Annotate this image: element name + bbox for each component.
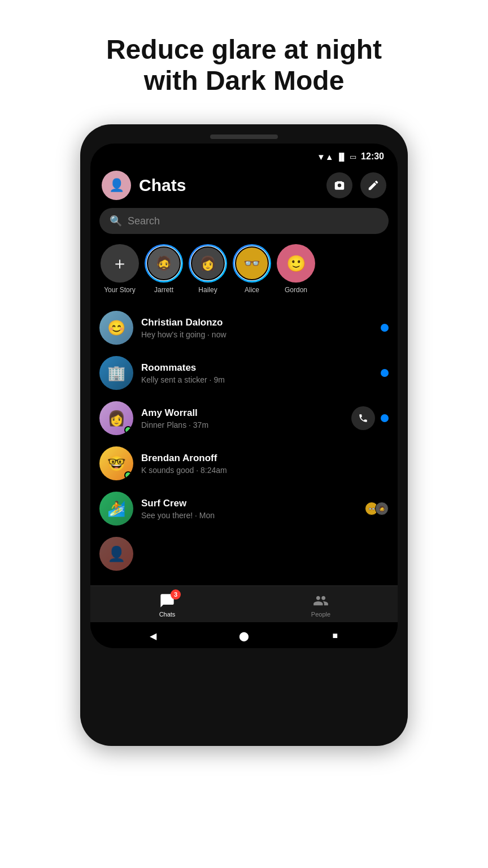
chat-right-amy xyxy=(351,406,389,430)
nav-item-chats[interactable]: 3 Chats xyxy=(90,593,244,618)
search-icon: 🔍 xyxy=(110,215,122,227)
status-icons: ▼▲ ▐▌ ▭ xyxy=(317,152,356,162)
unread-dot-roommates xyxy=(381,369,389,377)
status-time: 12:30 xyxy=(361,151,384,162)
chat-item-surf-crew[interactable]: 🏄 Surf Crew See you there! · Mon 👓 🧔 xyxy=(99,486,389,531)
wifi-icon: ▼▲ xyxy=(317,152,334,162)
story-avatar-gordon: 🙂 xyxy=(277,244,315,283)
chat-preview-brendan: K sounds good · 8:24am xyxy=(141,466,381,475)
nav-icon-wrap-people xyxy=(313,593,329,609)
story-label-your-story: Your Story xyxy=(104,286,136,294)
chat-avatar-partial: 👤 xyxy=(99,537,133,571)
search-input[interactable]: Search xyxy=(128,215,160,227)
call-button-amy[interactable] xyxy=(351,406,375,430)
status-bar: ▼▲ ▐▌ ▭ 12:30 xyxy=(90,144,398,165)
story-label-alice: Alice xyxy=(245,286,259,294)
chats-badge: 3 xyxy=(171,589,181,600)
chat-right-christian xyxy=(381,324,389,332)
camera-icon xyxy=(333,179,346,192)
chat-name-brendan: Brendan Aronoff xyxy=(141,453,381,464)
battery-icon: ▭ xyxy=(350,153,356,161)
chat-avatar-roommates: 🏢 xyxy=(99,356,133,390)
chat-avatar-surf-crew: 🏄 xyxy=(99,492,133,526)
page-title: Chats xyxy=(139,176,319,195)
chat-avatar-brendan: 🤓 xyxy=(99,446,133,480)
chat-preview-christian: Hey how's it going · now xyxy=(141,330,373,339)
gesture-bar: ◀ ⬤ ■ xyxy=(90,622,398,648)
unread-dot-amy xyxy=(381,414,389,422)
online-dot-brendan xyxy=(124,471,132,479)
group-mini-avatar-2: 🧔 xyxy=(375,502,389,515)
chat-avatar-amy: 👩 xyxy=(99,401,133,435)
nav-icon-wrap-chats: 3 xyxy=(159,593,175,609)
chat-preview-surf-crew: See you there! · Mon xyxy=(141,511,357,520)
signal-icon: ▐▌ xyxy=(337,153,347,161)
story-label-gordon: Gordon xyxy=(285,286,307,294)
story-item-hailey[interactable]: 👩 Hailey xyxy=(188,244,228,294)
story-item-alice[interactable]: 👓 Alice xyxy=(232,244,272,294)
chat-item-partial[interactable]: 👤 xyxy=(99,531,389,576)
page-headline: Reduce glare at night with Dark Mode xyxy=(106,34,382,96)
nav-item-people[interactable]: People xyxy=(244,593,398,618)
chat-item-amy[interactable]: 👩 Amy Worrall Dinner Plans · 37m xyxy=(99,396,389,441)
chats-nav-label: Chats xyxy=(159,611,176,618)
camera-button[interactable] xyxy=(326,172,352,198)
story-avatar-hailey: 👩 xyxy=(189,244,227,283)
chat-name-amy: Amy Worrall xyxy=(141,407,343,419)
story-label-hailey: Hailey xyxy=(198,286,217,294)
phone-device: ▼▲ ▐▌ ▭ 12:30 👤 Chats 🔍 Search xyxy=(80,124,408,746)
bottom-nav: 3 Chats People xyxy=(90,585,398,622)
chat-preview-roommates: Kelly sent a sticker · 9m xyxy=(141,375,373,384)
add-story-avatar: ＋ xyxy=(101,244,139,283)
chat-info-christian: Christian Dalonzo Hey how's it going · n… xyxy=(141,317,373,339)
chat-item-christian[interactable]: 😊 Christian Dalonzo Hey how's it going ·… xyxy=(99,305,389,350)
phone-notch-bar xyxy=(90,134,398,139)
chat-avatar-christian: 😊 xyxy=(99,311,133,345)
home-button[interactable]: ⬤ xyxy=(237,629,251,643)
stories-row: ＋ Your Story 🧔 Jarrett 👩 xyxy=(90,244,398,305)
self-avatar[interactable]: 👤 xyxy=(102,171,131,200)
online-dot-amy xyxy=(124,426,132,434)
chat-list: 😊 Christian Dalonzo Hey how's it going ·… xyxy=(90,305,398,576)
story-avatar-jarrett: 🧔 xyxy=(145,244,183,283)
chat-info-brendan: Brendan Aronoff K sounds good · 8:24am xyxy=(141,453,381,475)
chat-info-roommates: Roommates Kelly sent a sticker · 9m xyxy=(141,362,373,384)
chat-item-roommates[interactable]: 🏢 Roommates Kelly sent a sticker · 9m xyxy=(99,350,389,396)
story-avatar-alice: 👓 xyxy=(233,244,271,283)
phone-icon xyxy=(358,413,368,423)
story-item-jarrett[interactable]: 🧔 Jarrett xyxy=(143,244,184,294)
search-bar[interactable]: 🔍 Search xyxy=(99,208,389,234)
group-avatars-surf-crew: 👓 🧔 xyxy=(365,502,389,515)
recents-button[interactable]: ■ xyxy=(328,629,342,643)
unread-dot-christian xyxy=(381,324,389,332)
people-nav-label: People xyxy=(311,611,330,618)
chat-name-christian: Christian Dalonzo xyxy=(141,317,373,328)
people-nav-icon xyxy=(313,593,329,609)
back-button[interactable]: ◀ xyxy=(146,629,160,643)
chat-name-surf-crew: Surf Crew xyxy=(141,498,357,509)
chat-preview-amy: Dinner Plans · 37m xyxy=(141,420,343,429)
story-item-gordon[interactable]: 🙂 Gordon xyxy=(276,244,316,294)
edit-icon xyxy=(367,179,380,192)
phone-screen: ▼▲ ▐▌ ▭ 12:30 👤 Chats 🔍 Search xyxy=(90,144,398,648)
top-bar: 👤 Chats xyxy=(90,165,398,208)
chat-item-brendan[interactable]: 🤓 Brendan Aronoff K sounds good · 8:24am xyxy=(99,441,389,486)
chat-info-surf-crew: Surf Crew See you there! · Mon xyxy=(141,498,357,520)
chat-info-amy: Amy Worrall Dinner Plans · 37m xyxy=(141,407,343,429)
chat-name-roommates: Roommates xyxy=(141,362,373,374)
compose-button[interactable] xyxy=(360,172,386,198)
story-item-your-story[interactable]: ＋ Your Story xyxy=(99,244,140,294)
phone-notch xyxy=(210,134,278,139)
chat-right-roommates xyxy=(381,369,389,377)
chat-right-surf-crew: 👓 🧔 xyxy=(365,502,389,515)
story-label-jarrett: Jarrett xyxy=(154,286,173,294)
